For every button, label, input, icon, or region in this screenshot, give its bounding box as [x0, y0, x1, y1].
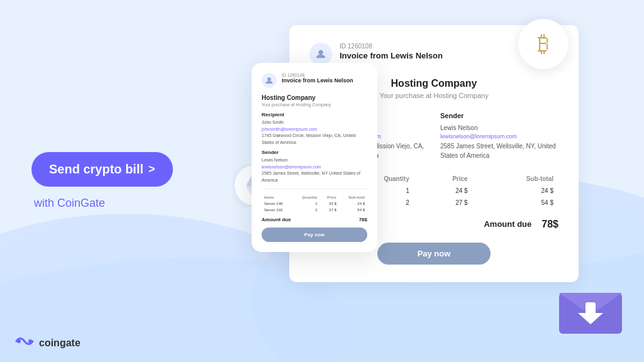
item-price: 24 $ [414, 185, 473, 197]
sender-address: 2585 James Street, Wellsville, NY, Unite… [440, 141, 558, 160]
cta-arrow-icon: > [148, 163, 155, 176]
fg-id-section: ID 1260108 Invoice from Lewis Nelson [282, 73, 353, 84]
envelope-icon [556, 274, 625, 337]
bitcoin-icon: ₿ [518, 19, 569, 69]
fg-amount-due: Amount due 78$ [262, 217, 367, 222]
fg-amount-label: Amount due [262, 217, 291, 222]
fg-item-price: 24 $ [320, 200, 339, 207]
coingate-logo: coingate [15, 334, 80, 352]
fg-recipient-address: 1745 Oakwood Circle, Mission Viejo, CA, … [262, 133, 356, 145]
fg-col-subtotal: Sub-total [339, 194, 367, 200]
fg-items-table: Items Quantity Price Sub-total Server 14… [262, 194, 367, 213]
fg-invoice-header: ID 1260108 Invoice from Lewis Nelson [262, 73, 367, 88]
invoice-from: Invoice from Lewis Nelson [340, 51, 443, 60]
fg-sender-address: 2585 James Street, Wellsville, NY United… [262, 171, 360, 182]
sender-name: Lewis Nelson [440, 123, 558, 133]
fg-recipient-info: John Smith johnsmith@loremipsum.com 1745… [262, 119, 367, 146]
pay-now-button-fg[interactable]: Pay now [262, 228, 367, 242]
fg-table-row: Server 102 2 27 $ 54 $ [262, 207, 367, 213]
fg-company-subtitle: Your purchase at Hosting Company [262, 102, 367, 107]
fg-recipient-name: John Smith [262, 120, 284, 124]
svg-point-17 [28, 339, 32, 343]
fg-sender-email: lewisnelson@loremipsum.com [262, 165, 321, 169]
fg-table-row: Server 146 1 24 $ 24 $ [262, 200, 367, 207]
fg-item-name: Server 146 [262, 200, 293, 207]
fg-recipient-title: Recipient [262, 112, 367, 118]
fg-invoice-from: Invoice from Lewis Nelson [282, 77, 353, 84]
fg-recipient-email: johnsmith@loremipsum.com [262, 127, 317, 131]
fg-sender-title: Sender [262, 150, 367, 155]
col-header-price: Price [414, 173, 473, 185]
coingate-logo-icon [15, 334, 34, 352]
invoice-card-foreground: ID 1260108 Invoice from Lewis Nelson Hos… [252, 63, 377, 252]
amount-due-label: Amount due [484, 219, 531, 229]
fg-item-name: Server 102 [262, 207, 293, 213]
coingate-logo-text: coingate [39, 337, 80, 349]
svg-point-11 [267, 77, 271, 81]
divider [262, 189, 367, 189]
fg-company-name: Hosting Company [262, 94, 367, 101]
fg-avatar-icon [262, 73, 277, 88]
fg-col-items: Items [262, 194, 293, 200]
invoice-id: ID 1260108 [340, 43, 443, 50]
cta-button-label: Send crypto bill [49, 162, 143, 177]
fg-invoice-id: ID 1260108 [282, 73, 353, 77]
svg-point-3 [318, 50, 323, 55]
fg-item-price: 27 $ [320, 207, 339, 213]
fg-amount-value: 78$ [359, 217, 367, 222]
fg-sender-name: Lewis Nelson [262, 158, 288, 162]
sender-col: Sender Lewis Nelson lewisnelson@loremips… [440, 112, 558, 160]
send-crypto-bill-button[interactable]: Send crypto bill > [31, 152, 173, 187]
invoice-avatar-icon [309, 43, 332, 65]
fg-item-qty: 1 [293, 200, 320, 207]
item-subtotal: 54 $ [473, 197, 558, 209]
item-subtotal: 24 $ [473, 185, 558, 197]
sender-email: lewisnelson@loremipsum.com [440, 133, 558, 141]
sender-title: Sender [440, 112, 558, 119]
right-section: ₿ ID 1260108 Invoice from Lewis Nelson H… [214, 0, 644, 362]
col-header-subtotal: Sub-total [473, 173, 558, 185]
fg-col-price: Price [320, 194, 339, 200]
sub-text: with CoinGate [34, 197, 182, 210]
fg-sender-info: Lewis Nelson lewisnelson@loremipsum.com … [262, 157, 367, 184]
fg-item-qty: 2 [293, 207, 320, 213]
item-price: 27 $ [414, 197, 473, 209]
amount-due-value: 78$ [541, 219, 558, 230]
fg-item-subtotal: 54 $ [339, 207, 367, 213]
fg-item-subtotal: 24 $ [339, 200, 367, 207]
fg-col-quantity: Quantity [293, 194, 320, 200]
pay-now-button-large[interactable]: Pay now [377, 243, 491, 265]
content-wrapper: Send crypto bill > with CoinGate ₿ ID 12… [0, 0, 644, 362]
svg-point-16 [17, 339, 21, 343]
left-section: Send crypto bill > with CoinGate [0, 127, 214, 235]
invoice-id-section: ID 1260108 Invoice from Lewis Nelson [340, 43, 443, 60]
